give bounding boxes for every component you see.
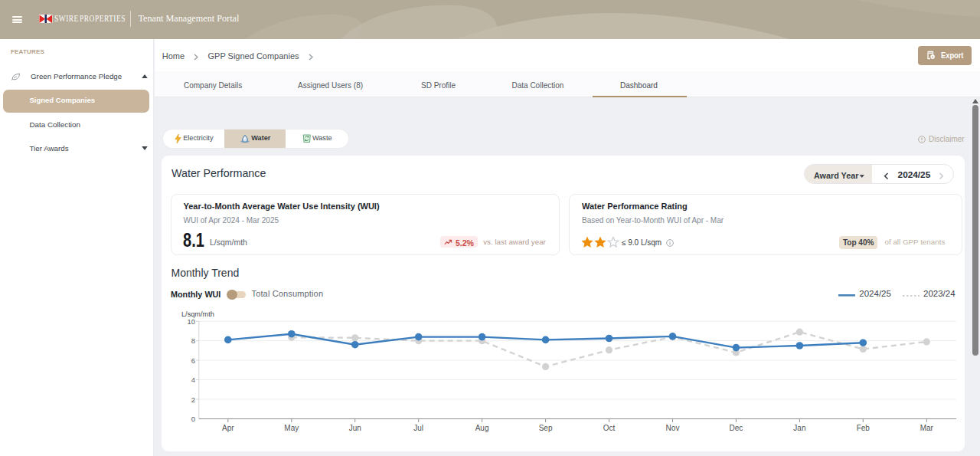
- svg-text:May: May: [284, 424, 299, 432]
- svg-text:8: 8: [191, 336, 195, 345]
- svg-text:Nov: Nov: [666, 424, 680, 432]
- svg-text:Apr: Apr: [222, 424, 234, 432]
- svg-text:L/sqm/mth: L/sqm/mth: [181, 310, 214, 318]
- svg-text:Jul: Jul: [413, 424, 423, 432]
- svg-text:Jan: Jan: [793, 424, 805, 432]
- svg-text:Oct: Oct: [603, 424, 616, 432]
- svg-text:Dec: Dec: [730, 424, 743, 432]
- svg-text:Mar: Mar: [920, 424, 934, 432]
- svg-text:0: 0: [191, 415, 195, 423]
- svg-text:4: 4: [191, 376, 195, 384]
- svg-text:10: 10: [187, 317, 195, 326]
- svg-text:6: 6: [191, 356, 195, 365]
- svg-text:Jun: Jun: [349, 424, 361, 432]
- svg-text:2: 2: [191, 395, 195, 404]
- svg-text:Aug: Aug: [475, 424, 489, 432]
- svg-text:Feb: Feb: [857, 424, 871, 432]
- svg-text:Sep: Sep: [539, 424, 553, 432]
